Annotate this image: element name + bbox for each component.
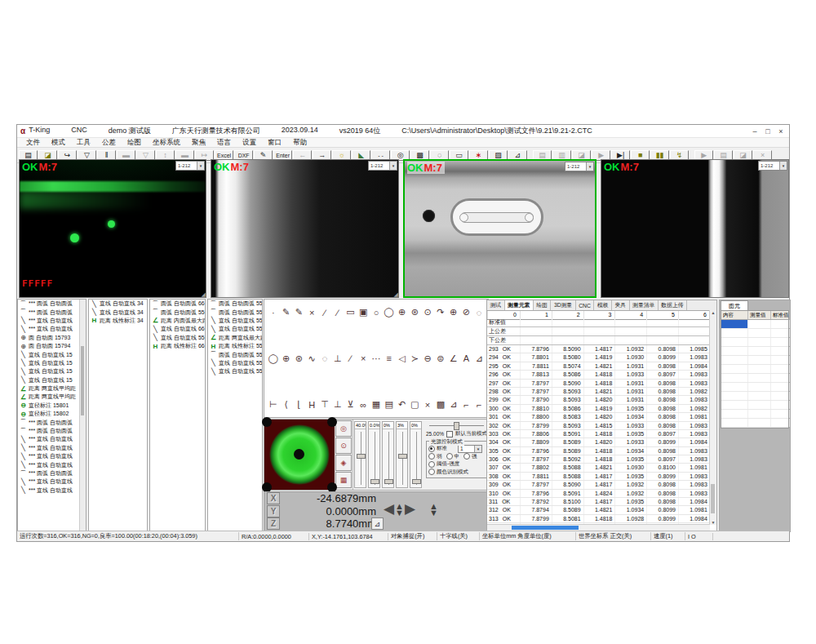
list-item[interactable]: ╲直线 自动直线 55 <box>208 317 262 325</box>
tool-icon[interactable]: ⊥ <box>331 353 344 365</box>
list-scrollbar[interactable] <box>79 300 86 531</box>
list-item[interactable]: ╲直线 自动直线 55 <box>208 325 262 333</box>
list-item[interactable]: ⌒*** 圆弧 自动圆弧 <box>18 308 86 316</box>
tool-icon[interactable]: ◯ <box>267 353 280 365</box>
slider-thumb[interactable] <box>412 479 421 484</box>
tool-icon[interactable]: × <box>305 306 318 318</box>
goto-origin-button[interactable]: ⊿ <box>371 517 384 530</box>
camera-2-image[interactable] <box>211 160 398 297</box>
table-row[interactable] <box>721 374 788 383</box>
list-item[interactable]: ╲*** 直线 自动直线 <box>18 486 86 495</box>
table-row[interactable] <box>721 401 788 410</box>
radio-option[interactable]: 标准 <box>428 445 447 452</box>
camera-1-image[interactable]: FFFFF <box>20 160 206 297</box>
list-item[interactable]: ╲直线 自动直线 15 <box>18 376 86 384</box>
list-item[interactable]: ⌒圆弧 自动圆弧 55 <box>208 350 262 358</box>
table-row[interactable]: 295OK7.88118.50741.48211.09310.80981.098… <box>487 362 710 371</box>
table-row[interactable]: 298OK7.87978.50931.48211.09310.80981.098… <box>487 388 710 396</box>
slider-thumb[interactable] <box>398 454 407 459</box>
list-item[interactable]: ╲*** 直线 自动直线 <box>18 460 86 469</box>
ring-light-pad[interactable] <box>264 420 335 490</box>
light-slider[interactable]: 0.0% <box>368 421 380 488</box>
tool-icon[interactable]: ◌ <box>472 306 486 318</box>
table-row[interactable]: 305OK7.87968.50891.48181.09340.80981.098… <box>487 447 710 455</box>
tab-测量元素[interactable]: 测量元素 <box>505 300 534 310</box>
tool-icon[interactable]: ↷ <box>434 306 447 318</box>
list-item[interactable]: ∠距离 两直线最大距 <box>208 334 262 342</box>
slider-thumb[interactable] <box>357 454 366 459</box>
tab-primitive[interactable]: 图元 <box>721 300 748 310</box>
tool-icon[interactable]: ◁ <box>396 353 409 365</box>
tool-icon[interactable]: · <box>267 306 280 318</box>
tool-icon[interactable]: A <box>459 353 472 365</box>
table-row[interactable]: 302OK7.87998.50931.48151.09330.80981.098… <box>487 422 710 430</box>
axis-x-button[interactable]: X <box>267 492 280 504</box>
table-row[interactable] <box>721 347 788 356</box>
tool-icon[interactable]: ○ <box>370 306 383 318</box>
tool-icon[interactable]: ⊙ <box>421 306 434 318</box>
axis-z-button[interactable]: Z <box>267 517 280 530</box>
light-slider[interactable]: 3% <box>396 421 408 488</box>
list-item[interactable]: ⊕圆 自动圆 15794 <box>18 342 86 350</box>
list-item[interactable]: ⌒圆弧 自动圆弧 55 <box>150 308 205 316</box>
list-item[interactable]: ∠距离 两直线平均距 <box>18 384 86 393</box>
camera-source-dropdown[interactable]: 1-212 ▾ <box>368 161 397 171</box>
list-item[interactable]: ∠距离 两直线平均距 <box>18 393 86 401</box>
tool-icon[interactable]: ∕ <box>344 353 357 365</box>
slider-thumb[interactable] <box>454 422 459 430</box>
menu-item[interactable]: 文件 <box>20 138 46 148</box>
table-row[interactable] <box>721 356 788 365</box>
tool-icon[interactable]: ▢ <box>408 398 421 411</box>
tab-测试[interactable]: 测试 <box>487 300 505 310</box>
resize-handle[interactable]: ◢ <box>202 291 206 297</box>
jog-down-icon[interactable]: ▼ <box>395 509 404 516</box>
list-item[interactable]: ╲直线 自动直线 15 <box>18 359 86 367</box>
list-item[interactable]: ╲直线 自动直线 15 <box>18 350 86 358</box>
slider-thumb[interactable] <box>370 479 379 484</box>
light-slider[interactable]: 0% <box>382 421 394 488</box>
radio-option[interactable]: 阈值-强度 <box>428 460 459 468</box>
radio-option[interactable]: 中 <box>446 453 460 460</box>
slider-track[interactable] <box>355 429 366 487</box>
list-item[interactable]: ╲*** 直线 自动直线 <box>18 317 86 325</box>
level-select[interactable]: 1▾ <box>458 445 482 453</box>
tool-icon[interactable]: ▣ <box>357 306 370 318</box>
light-mode-icon[interactable]: ◈ <box>335 455 352 471</box>
slider-track[interactable] <box>383 429 393 487</box>
radio-option[interactable]: 颜色识别模式 <box>428 469 468 476</box>
axis-y-button[interactable]: Y <box>267 505 280 517</box>
tool-icon[interactable]: ⊖ <box>421 353 434 365</box>
list-item[interactable]: ⌒*** 圆弧 自动圆弧 <box>18 469 86 477</box>
list-item[interactable]: ⊕圆 自动圆 15793 <box>18 334 86 342</box>
minimize-button[interactable]: – <box>748 126 761 136</box>
light-slider[interactable]: 40.0% <box>354 421 366 488</box>
tool-icon[interactable]: ▭ <box>344 306 357 318</box>
menu-item[interactable]: 窗口 <box>262 138 287 148</box>
tool-icon[interactable]: ↶ <box>396 398 409 411</box>
list-item[interactable]: ╲*** 直线 自动直线 <box>18 435 86 443</box>
tool-icon[interactable]: ⊢ <box>267 398 280 411</box>
tab-CNC[interactable]: CNC <box>576 300 595 310</box>
list-item[interactable]: ⌒*** 圆弧 自动圆弧 <box>18 418 86 426</box>
tool-icon[interactable]: ≻ <box>408 353 421 365</box>
table-row[interactable]: 301OK7.88008.50831.48201.09340.80981.098… <box>487 413 710 421</box>
tool-icon[interactable]: ▤ <box>383 398 396 411</box>
tool-icon[interactable]: ▩ <box>434 398 447 411</box>
tool-icon[interactable]: ⌊ <box>293 398 306 411</box>
tool-icon[interactable]: ⟨ <box>280 398 293 411</box>
slider-track[interactable] <box>369 429 379 487</box>
list-item[interactable]: ╲直线 自动直线 55 <box>208 359 262 367</box>
camera-3-image[interactable] <box>405 161 595 296</box>
tool-icon[interactable]: ⊕ <box>447 306 460 318</box>
table-row[interactable]: 下公差 <box>487 336 710 345</box>
table-row[interactable]: 296OK7.88138.50861.48181.09330.80971.098… <box>487 371 710 379</box>
table-row[interactable] <box>721 383 788 392</box>
list-item[interactable]: ⊖直径标注 15802 <box>18 410 86 418</box>
list-item[interactable]: ╲直线 自动直线 55 <box>150 334 205 342</box>
light-mode-icon[interactable]: ⊙ <box>335 437 352 454</box>
tool-icon[interactable]: ∕ <box>318 306 331 318</box>
list-item[interactable]: ⌒圆弧 自动圆弧 55 <box>208 308 262 316</box>
table-row[interactable] <box>721 329 788 338</box>
table-row[interactable]: 标准值 <box>487 318 710 327</box>
tool-icon[interactable]: ⊻ <box>344 398 357 411</box>
